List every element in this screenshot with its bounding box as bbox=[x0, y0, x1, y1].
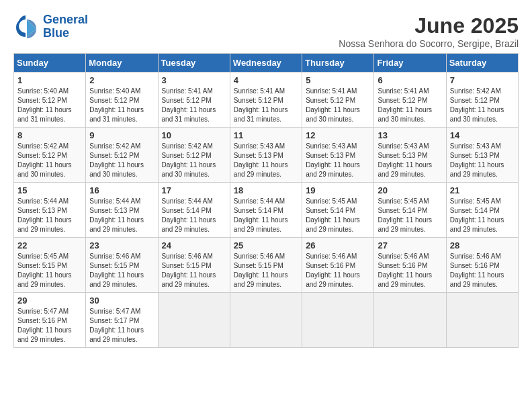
day-cell-25: 25 Sunrise: 5:46 AM Sunset: 5:15 PM Dayl… bbox=[230, 238, 302, 293]
calendar-week-row: 29 Sunrise: 5:47 AM Sunset: 5:16 PM Dayl… bbox=[14, 293, 519, 348]
day-cell-5: 5 Sunrise: 5:41 AM Sunset: 5:12 PM Dayli… bbox=[302, 73, 374, 128]
day-cell-28: 28 Sunrise: 5:46 AM Sunset: 5:16 PM Dayl… bbox=[446, 238, 518, 293]
day-cell-24: 24 Sunrise: 5:46 AM Sunset: 5:15 PM Dayl… bbox=[158, 238, 230, 293]
day-cell-27: 27 Sunrise: 5:46 AM Sunset: 5:16 PM Dayl… bbox=[374, 238, 446, 293]
day-info: Sunrise: 5:44 AM Sunset: 5:13 PM Dayligh… bbox=[89, 197, 154, 234]
day-number: 9 bbox=[89, 130, 154, 140]
day-number: 23 bbox=[89, 240, 154, 250]
day-number: 12 bbox=[306, 130, 370, 140]
day-cell-29: 29 Sunrise: 5:47 AM Sunset: 5:16 PM Dayl… bbox=[14, 293, 86, 348]
day-info: Sunrise: 5:44 AM Sunset: 5:14 PM Dayligh… bbox=[234, 197, 298, 234]
day-number: 1 bbox=[17, 75, 82, 85]
day-number: 30 bbox=[89, 295, 154, 306]
day-number: 11 bbox=[234, 130, 298, 140]
day-number: 22 bbox=[17, 240, 82, 250]
day-number: 3 bbox=[162, 75, 226, 85]
day-number: 19 bbox=[306, 185, 370, 195]
day-cell-19: 19 Sunrise: 5:45 AM Sunset: 5:14 PM Dayl… bbox=[302, 183, 374, 238]
logo-icon bbox=[13, 14, 39, 40]
calendar-week-row: 15 Sunrise: 5:44 AM Sunset: 5:13 PM Dayl… bbox=[14, 183, 519, 238]
day-number: 14 bbox=[450, 130, 515, 140]
logo: General Blue bbox=[13, 13, 88, 40]
empty-cell bbox=[446, 293, 518, 348]
day-info: Sunrise: 5:41 AM Sunset: 5:12 PM Dayligh… bbox=[234, 87, 298, 124]
day-cell-10: 10 Sunrise: 5:42 AM Sunset: 5:12 PM Dayl… bbox=[158, 128, 230, 183]
header-monday: Monday bbox=[86, 54, 158, 73]
day-info: Sunrise: 5:42 AM Sunset: 5:12 PM Dayligh… bbox=[17, 142, 82, 179]
day-number: 7 bbox=[450, 75, 515, 85]
day-info: Sunrise: 5:46 AM Sunset: 5:15 PM Dayligh… bbox=[89, 252, 154, 289]
day-info: Sunrise: 5:41 AM Sunset: 5:12 PM Dayligh… bbox=[306, 87, 370, 124]
day-cell-20: 20 Sunrise: 5:45 AM Sunset: 5:14 PM Dayl… bbox=[374, 183, 446, 238]
day-info: Sunrise: 5:47 AM Sunset: 5:16 PM Dayligh… bbox=[17, 307, 82, 345]
day-info: Sunrise: 5:47 AM Sunset: 5:17 PM Dayligh… bbox=[89, 307, 154, 345]
day-cell-22: 22 Sunrise: 5:45 AM Sunset: 5:15 PM Dayl… bbox=[14, 238, 86, 293]
day-cell-9: 9 Sunrise: 5:42 AM Sunset: 5:12 PM Dayli… bbox=[86, 128, 158, 183]
day-number: 16 bbox=[89, 185, 154, 195]
day-cell-16: 16 Sunrise: 5:44 AM Sunset: 5:13 PM Dayl… bbox=[86, 183, 158, 238]
day-cell-11: 11 Sunrise: 5:43 AM Sunset: 5:13 PM Dayl… bbox=[230, 128, 302, 183]
day-cell-15: 15 Sunrise: 5:44 AM Sunset: 5:13 PM Dayl… bbox=[14, 183, 86, 238]
day-number: 15 bbox=[17, 185, 82, 195]
calendar-week-row: 1 Sunrise: 5:40 AM Sunset: 5:12 PM Dayli… bbox=[14, 73, 519, 128]
day-number: 4 bbox=[234, 75, 298, 85]
day-info: Sunrise: 5:42 AM Sunset: 5:12 PM Dayligh… bbox=[450, 87, 515, 124]
day-info: Sunrise: 5:44 AM Sunset: 5:13 PM Dayligh… bbox=[17, 197, 82, 234]
calendar-week-row: 22 Sunrise: 5:45 AM Sunset: 5:15 PM Dayl… bbox=[14, 238, 519, 293]
title-section: June 2025 Nossa Senhora do Socorro, Serg… bbox=[339, 13, 519, 49]
header-thursday: Thursday bbox=[302, 54, 374, 73]
day-number: 8 bbox=[17, 130, 82, 140]
day-cell-17: 17 Sunrise: 5:44 AM Sunset: 5:14 PM Dayl… bbox=[158, 183, 230, 238]
day-info: Sunrise: 5:44 AM Sunset: 5:14 PM Dayligh… bbox=[162, 197, 226, 234]
day-number: 2 bbox=[89, 75, 154, 85]
day-info: Sunrise: 5:43 AM Sunset: 5:13 PM Dayligh… bbox=[378, 142, 442, 179]
day-info: Sunrise: 5:43 AM Sunset: 5:13 PM Dayligh… bbox=[306, 142, 370, 179]
logo-line1: General bbox=[43, 13, 88, 26]
day-info: Sunrise: 5:45 AM Sunset: 5:14 PM Dayligh… bbox=[306, 197, 370, 234]
day-info: Sunrise: 5:46 AM Sunset: 5:16 PM Dayligh… bbox=[378, 252, 442, 289]
day-number: 18 bbox=[234, 185, 298, 195]
day-cell-23: 23 Sunrise: 5:46 AM Sunset: 5:15 PM Dayl… bbox=[86, 238, 158, 293]
day-info: Sunrise: 5:43 AM Sunset: 5:13 PM Dayligh… bbox=[450, 142, 515, 179]
day-number: 5 bbox=[306, 75, 370, 85]
header-friday: Friday bbox=[374, 54, 446, 73]
day-cell-8: 8 Sunrise: 5:42 AM Sunset: 5:12 PM Dayli… bbox=[14, 128, 86, 183]
day-info: Sunrise: 5:45 AM Sunset: 5:15 PM Dayligh… bbox=[17, 252, 82, 289]
day-number: 13 bbox=[378, 130, 442, 140]
day-cell-12: 12 Sunrise: 5:43 AM Sunset: 5:13 PM Dayl… bbox=[302, 128, 374, 183]
day-info: Sunrise: 5:46 AM Sunset: 5:15 PM Dayligh… bbox=[234, 252, 298, 289]
day-info: Sunrise: 5:40 AM Sunset: 5:12 PM Dayligh… bbox=[17, 87, 82, 124]
month-title: June 2025 bbox=[339, 13, 519, 38]
empty-cell bbox=[230, 293, 302, 348]
day-number: 17 bbox=[162, 185, 226, 195]
day-cell-21: 21 Sunrise: 5:45 AM Sunset: 5:14 PM Dayl… bbox=[446, 183, 518, 238]
day-number: 20 bbox=[378, 185, 442, 195]
day-number: 27 bbox=[378, 240, 442, 250]
day-info: Sunrise: 5:45 AM Sunset: 5:14 PM Dayligh… bbox=[378, 197, 442, 234]
day-info: Sunrise: 5:45 AM Sunset: 5:14 PM Dayligh… bbox=[450, 197, 515, 234]
empty-cell bbox=[302, 293, 374, 348]
day-info: Sunrise: 5:41 AM Sunset: 5:12 PM Dayligh… bbox=[378, 87, 442, 124]
day-cell-30: 30 Sunrise: 5:47 AM Sunset: 5:17 PM Dayl… bbox=[86, 293, 158, 348]
day-number: 10 bbox=[162, 130, 226, 140]
day-cell-14: 14 Sunrise: 5:43 AM Sunset: 5:13 PM Dayl… bbox=[446, 128, 518, 183]
logo-line2: Blue bbox=[43, 26, 69, 40]
day-cell-2: 2 Sunrise: 5:40 AM Sunset: 5:12 PM Dayli… bbox=[86, 73, 158, 128]
day-info: Sunrise: 5:46 AM Sunset: 5:16 PM Dayligh… bbox=[306, 252, 370, 289]
day-cell-13: 13 Sunrise: 5:43 AM Sunset: 5:13 PM Dayl… bbox=[374, 128, 446, 183]
day-cell-7: 7 Sunrise: 5:42 AM Sunset: 5:12 PM Dayli… bbox=[446, 73, 518, 128]
header-sunday: Sunday bbox=[14, 54, 86, 73]
day-info: Sunrise: 5:46 AM Sunset: 5:16 PM Dayligh… bbox=[450, 252, 515, 289]
day-number: 26 bbox=[306, 240, 370, 250]
day-number: 25 bbox=[234, 240, 298, 250]
day-number: 28 bbox=[450, 240, 515, 250]
calendar-header-row: Sunday Monday Tuesday Wednesday Thursday… bbox=[14, 54, 519, 73]
day-number: 21 bbox=[450, 185, 515, 195]
calendar-table: Sunday Monday Tuesday Wednesday Thursday… bbox=[13, 53, 519, 348]
calendar-week-row: 8 Sunrise: 5:42 AM Sunset: 5:12 PM Dayli… bbox=[14, 128, 519, 183]
day-info: Sunrise: 5:46 AM Sunset: 5:15 PM Dayligh… bbox=[162, 252, 226, 289]
day-info: Sunrise: 5:40 AM Sunset: 5:12 PM Dayligh… bbox=[89, 87, 154, 124]
day-number: 24 bbox=[162, 240, 226, 250]
day-info: Sunrise: 5:42 AM Sunset: 5:12 PM Dayligh… bbox=[89, 142, 154, 179]
day-info: Sunrise: 5:42 AM Sunset: 5:12 PM Dayligh… bbox=[162, 142, 226, 179]
